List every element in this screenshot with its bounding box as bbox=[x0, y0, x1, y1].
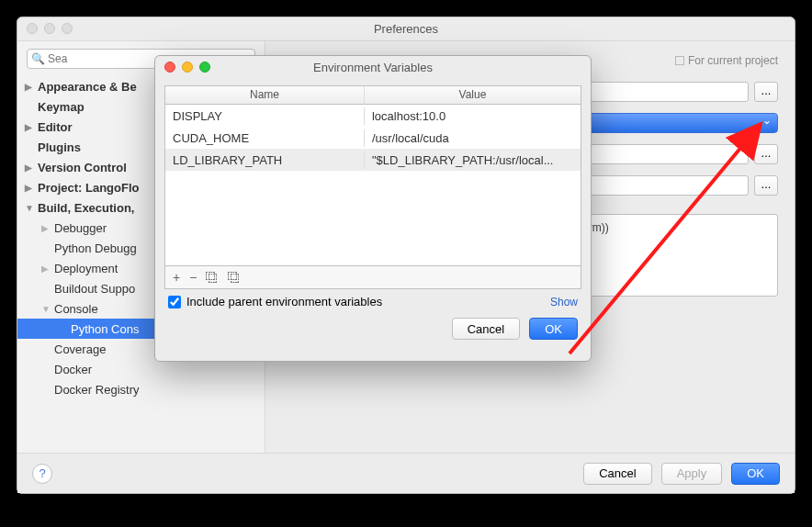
project-scope-badge: For current project bbox=[675, 54, 778, 67]
tree-item-label: Python Cons bbox=[71, 322, 139, 336]
tree-item-label: Appearance & Be bbox=[38, 80, 137, 94]
table-row[interactable]: LD_LIBRARY_PATH"$LD_LIBRARY_PATH:/usr/lo… bbox=[165, 149, 581, 171]
tree-arrow-icon bbox=[25, 122, 36, 132]
project-scope-icon bbox=[675, 56, 684, 65]
tree-item-label: Deployment bbox=[54, 262, 118, 275]
tree-item-label: Python Debugg bbox=[54, 241, 137, 255]
zoom-icon[interactable] bbox=[62, 23, 73, 34]
table-header: Name Value bbox=[165, 86, 581, 105]
dialog-title: Environment Variables bbox=[313, 61, 433, 74]
dialog-titlebar: Environment Variables bbox=[155, 56, 591, 80]
tree-item-label: Docker Registry bbox=[54, 383, 139, 397]
table-toolbar: + − ⿻ ⿻ bbox=[165, 265, 581, 288]
zoom-icon[interactable] bbox=[199, 62, 210, 73]
tree-item-label: Debugger bbox=[54, 221, 107, 235]
window-title: Preferences bbox=[374, 22, 438, 36]
preferences-footer: ? Cancel Apply OK bbox=[17, 453, 795, 493]
env-vars-dialog: Environment Variables Name Value DISPLAY… bbox=[154, 55, 592, 362]
table-row[interactable]: CUDA_HOME/usr/local/cuda bbox=[165, 127, 581, 149]
include-parent-checkbox[interactable] bbox=[168, 296, 181, 308]
minimize-icon[interactable] bbox=[182, 62, 193, 73]
help-button[interactable]: ? bbox=[32, 464, 52, 484]
include-parent-row: Include parent environment variables Sho… bbox=[155, 289, 591, 314]
show-parent-link[interactable]: Show bbox=[550, 296, 578, 308]
tree-item-label: Plugins bbox=[38, 140, 81, 154]
env-vars-browse-button[interactable]: ... bbox=[754, 82, 778, 102]
tree-arrow-icon bbox=[41, 223, 52, 233]
content-root-browse-button[interactable]: ... bbox=[754, 175, 778, 196]
close-icon[interactable] bbox=[27, 23, 38, 34]
tree-item[interactable]: Docker Registry bbox=[17, 379, 265, 399]
col-value-header[interactable]: Value bbox=[365, 86, 581, 104]
tree-arrow-icon bbox=[25, 183, 36, 193]
paste-button[interactable]: ⿻ bbox=[228, 270, 241, 285]
working-dir-browse-button[interactable]: ... bbox=[754, 144, 778, 164]
tree-arrow-icon bbox=[25, 163, 36, 173]
remove-row-button[interactable]: − bbox=[189, 270, 197, 285]
cell-name: LD_LIBRARY_PATH bbox=[165, 151, 365, 169]
dialog-cancel-button[interactable]: Cancel bbox=[452, 318, 520, 340]
table-body: DISPLAYlocalhost:10.0CUDA_HOME/usr/local… bbox=[165, 105, 581, 265]
col-name-header[interactable]: Name bbox=[165, 86, 365, 104]
tree-item-label: Editor bbox=[38, 120, 73, 134]
dialog-footer: Cancel OK bbox=[155, 314, 591, 349]
cell-value: "$LD_LIBRARY_PATH:/usr/local... bbox=[365, 151, 581, 169]
tree-item-label: Console bbox=[54, 302, 98, 316]
project-scope-label: For current project bbox=[688, 54, 778, 67]
include-parent-label: Include parent environment variables bbox=[186, 295, 382, 308]
cell-name: DISPLAY bbox=[165, 107, 365, 125]
ok-button[interactable]: OK bbox=[731, 463, 780, 485]
apply-button[interactable]: Apply bbox=[661, 463, 723, 485]
traffic-lights bbox=[27, 23, 73, 34]
tree-arrow-icon bbox=[25, 82, 36, 92]
cell-name: CUDA_HOME bbox=[165, 129, 365, 147]
table-row[interactable]: DISPLAYlocalhost:10.0 bbox=[165, 105, 581, 127]
tree-arrow-icon bbox=[25, 203, 36, 213]
tree-item-label: Keymap bbox=[38, 100, 85, 114]
search-icon: 🔍 bbox=[31, 52, 45, 65]
tree-item-label: Docker bbox=[54, 363, 92, 376]
env-vars-table: Name Value DISPLAYlocalhost:10.0CUDA_HOM… bbox=[164, 85, 581, 289]
close-icon[interactable] bbox=[164, 62, 175, 73]
copy-button[interactable]: ⿻ bbox=[206, 270, 219, 285]
window-titlebar: Preferences bbox=[17, 17, 795, 41]
tree-item[interactable]: Docker bbox=[17, 359, 265, 379]
dialog-ok-button[interactable]: OK bbox=[529, 318, 578, 340]
cell-value: localhost:10.0 bbox=[365, 107, 581, 125]
add-row-button[interactable]: + bbox=[173, 270, 180, 285]
tree-item-label: Build, Execution, bbox=[38, 201, 134, 215]
minimize-icon[interactable] bbox=[44, 23, 55, 34]
tree-arrow-icon bbox=[41, 304, 52, 314]
tree-arrow-icon bbox=[41, 264, 52, 274]
cancel-button[interactable]: Cancel bbox=[583, 463, 651, 485]
cell-value: /usr/local/cuda bbox=[365, 129, 581, 147]
tree-item-label: Buildout Suppo bbox=[54, 282, 135, 296]
tree-item-label: Project: LangoFlo bbox=[38, 181, 140, 195]
tree-item-label: Version Control bbox=[38, 161, 127, 174]
tree-item-label: Coverage bbox=[54, 342, 106, 356]
